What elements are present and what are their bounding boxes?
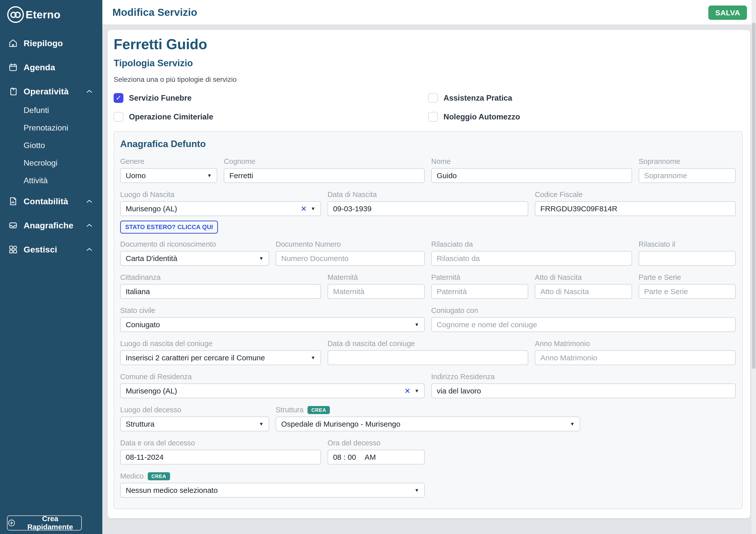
caret-down-icon: ▼ [570, 421, 575, 427]
cittadinanza-input[interactable]: Italiana [120, 284, 321, 299]
field-label-atto-nascita: Atto di Nascita [535, 273, 632, 282]
caret-down-icon: ▼ [259, 256, 264, 261]
field-label-indirizzo-residenza: Indirizzo Residenza [431, 373, 736, 381]
sidebar-item-gestisci[interactable]: Gestisci [0, 240, 102, 259]
ora-decesso-input[interactable]: 08 : 00 AM [328, 450, 425, 464]
chevron-up-icon[interactable] [86, 89, 92, 93]
field-label-rilasciato-da: Rilasciato da [431, 240, 632, 248]
codice-fiscale-input[interactable]: FRRGDU39C09F814R [535, 201, 736, 216]
anagrafica-section: Anagrafica Defunto Genere Uomo ▼ Cognome… [114, 131, 743, 509]
caret-down-icon: ▼ [311, 355, 315, 361]
soprannome-input[interactable]: Soprannome [638, 168, 736, 183]
tipologia-subtitle: Seleziona una o più tipologie di servizi… [114, 75, 743, 84]
data-nascita-input[interactable]: 09-03-1939 [328, 201, 528, 216]
checkbox-label: Servizio Funebre [129, 94, 192, 103]
sidebar-item-operativita[interactable]: Operatività [0, 82, 102, 100]
sidebar-item-giotto[interactable]: Giotto [0, 136, 102, 154]
field-label-cognome: Cognome [224, 157, 425, 166]
luogo-nascita-coniuge-select[interactable]: Inserisci 2 caratteri per cercare il Com… [120, 350, 321, 365]
scrollbar-thumb[interactable] [752, 23, 755, 369]
parte-serie-input[interactable]: Parte e Serie [638, 284, 736, 299]
sidebar-item-label: Agenda [24, 63, 55, 72]
eterno-logo-icon [6, 5, 25, 24]
sidebar-item-anagrafiche[interactable]: Anagrafiche [0, 216, 102, 234]
clear-x-icon[interactable]: ✕ [301, 205, 307, 213]
chevron-up-icon[interactable] [86, 247, 92, 251]
data-nascita-coniuge-input[interactable] [328, 350, 528, 365]
field-label-rilasciato-il: Rilasciato il [638, 240, 736, 248]
check-icon: ✓ [116, 95, 122, 101]
sidebar-item-agenda[interactable]: Agenda [0, 58, 102, 76]
field-label-luogo-nascita: Luogo di Nascita [120, 190, 321, 199]
operativita-submenu: Defunti Prenotazioni Giotto Necrologi At… [0, 101, 102, 189]
crea-struttura-button[interactable]: CREA [308, 406, 330, 414]
cognome-input[interactable]: Ferretti [224, 168, 425, 183]
crea-rapidamente-button[interactable]: Crea Rapidamente [7, 516, 82, 530]
rilasciato-da-input[interactable]: Rilasciato da [431, 251, 632, 266]
sidebar-item-label: Operatività [24, 87, 69, 97]
sidebar-item-necrologi[interactable]: Necrologi [0, 154, 102, 172]
stato-civile-select[interactable]: Coniugato ▼ [120, 317, 425, 332]
struttura-select[interactable]: Ospedale di Murisengo - Murisengo ▼ [276, 417, 580, 431]
crea-medico-button[interactable]: CREA [148, 472, 170, 480]
clear-x-icon[interactable]: ✕ [404, 387, 410, 395]
luogo-decesso-select[interactable]: Struttura ▼ [120, 417, 269, 431]
sidebar-item-riepilogo[interactable]: Riepilogo [0, 34, 102, 52]
rilasciato-il-input[interactable] [638, 251, 736, 266]
checkbox[interactable]: ✓ [428, 112, 438, 122]
checkbox-noleggio-automezzo[interactable]: ✓ Noleggio Automezzo [428, 112, 743, 122]
nome-input[interactable]: Guido [431, 168, 632, 183]
checkbox[interactable]: ✓ [114, 112, 123, 122]
checkbox-label: Noleggio Automezzo [444, 112, 520, 122]
caret-down-icon: ▼ [311, 206, 315, 211]
caret-down-icon: ▼ [259, 421, 264, 427]
documento-numero-input[interactable]: Numero Documento [276, 251, 425, 266]
field-label-soprannome: Soprannome [638, 157, 736, 166]
field-label-data-ora-decesso: Data e ora del decesso [120, 439, 321, 447]
sidebar-item-label: Riepilogo [24, 39, 63, 48]
checkbox-label: Operazione Cimiteriale [129, 112, 213, 122]
chevron-up-icon[interactable] [86, 199, 92, 203]
scrollbar[interactable] [751, 0, 756, 534]
checkbox[interactable]: ✓ [428, 93, 438, 103]
service-card: Ferretti Guido Tipologia Servizio Selezi… [107, 30, 750, 519]
field-label-documento: Documento di riconoscimento [120, 240, 269, 248]
checkbox[interactable]: ✓ [114, 93, 123, 103]
field-label-maternita: Maternità [328, 273, 425, 282]
sidebar-item-defunti[interactable]: Defunti [0, 101, 102, 119]
field-label-comune-residenza: Comune di Residenza [120, 373, 425, 381]
checkbox-label: Assistenza Pratica [444, 94, 512, 103]
medico-select[interactable]: Nessun medico selezionato ▼ [120, 483, 425, 498]
field-label-nome: Nome [431, 157, 632, 166]
checkbox-servizio-funebre[interactable]: ✓ Servizio Funebre [114, 93, 428, 103]
indirizzo-residenza-input[interactable]: via del lavoro [431, 383, 736, 398]
anno-matrimonio-input[interactable]: Anno Matrimonio [535, 350, 736, 365]
luogo-nascita-select[interactable]: Murisengo (AL) ✕ ▼ [120, 201, 321, 216]
anagrafica-title: Anagrafica Defunto [120, 139, 736, 149]
data-decesso-input[interactable]: 08-11-2024 [120, 450, 321, 464]
sidebar-item-prenotazioni[interactable]: Prenotazioni [0, 119, 102, 136]
field-label-codice-fiscale: Codice Fiscale [535, 190, 736, 199]
coniugato-con-input[interactable]: Cognome e nome del coniuge [431, 317, 736, 332]
maternita-input[interactable]: Maternità [328, 284, 425, 299]
sidebar-item-attivita[interactable]: Attività [0, 172, 102, 189]
comune-residenza-select[interactable]: Murisengo (AL) ✕ ▼ [120, 383, 425, 398]
paternita-input[interactable]: Paternità [431, 284, 528, 299]
documento-select[interactable]: Carta D'identità ▼ [120, 251, 269, 266]
genere-select[interactable]: Uomo ▼ [120, 168, 217, 183]
checkbox-assistenza-pratica[interactable]: ✓ Assistenza Pratica [428, 93, 743, 103]
invoice-icon [8, 196, 19, 206]
chevron-up-icon[interactable] [86, 223, 92, 227]
sidebar: Eterno Riepilogo Agenda [0, 0, 102, 534]
atto-nascita-input[interactable]: Atto di Nascita [535, 284, 632, 299]
clipboard-icon [8, 86, 19, 97]
field-label-coniugato-con: Coniugato con [431, 306, 736, 315]
caret-down-icon: ▼ [414, 388, 419, 394]
stato-estero-button[interactable]: STATO ESTERO? CLICCA QUI [120, 221, 218, 234]
quick-create-label: Crea Rapidamente [19, 515, 81, 531]
checkbox-operazione-cimiteriale[interactable]: ✓ Operazione Cimiteriale [114, 112, 428, 122]
tipologia-title: Tipologia Servizio [114, 58, 743, 69]
inbox-icon [8, 220, 19, 230]
salva-top-button[interactable]: SALVA [708, 6, 747, 20]
sidebar-item-contabilita[interactable]: Contabilità [0, 192, 102, 210]
